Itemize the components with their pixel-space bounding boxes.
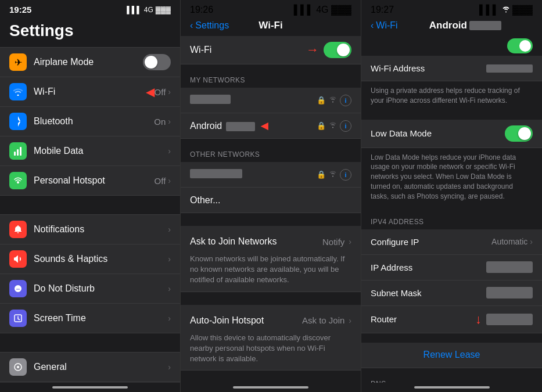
configure-ip-value: Automatic ›	[491, 237, 533, 246]
status-bar-mid: 19:26 ▌▌▌ 4G ▓▓▓	[181, 0, 361, 17]
wifi-toggle-row[interactable]: Wi-Fi →	[181, 36, 361, 64]
wifi-address-label: Wi-Fi Address	[371, 63, 425, 73]
mobile-data-label: Mobile Data	[34, 146, 168, 156]
back-label-right: Wi-Fi	[376, 20, 397, 31]
settings-item-hotspot[interactable]: Personal Hotspot Off ›	[0, 166, 180, 196]
general-icon	[9, 358, 27, 376]
airplane-toggle[interactable]	[143, 54, 171, 70]
wifi-signal-icon	[502, 5, 512, 15]
settings-item-wifi[interactable]: Wi-Fi ◀ Off ›	[0, 77, 180, 107]
hotspot-icon	[9, 172, 27, 189]
right-title-area: Android	[398, 20, 533, 31]
wifi-back-button[interactable]: ‹ Settings	[190, 20, 229, 31]
configure-ip-row[interactable]: Configure IP Automatic ›	[361, 229, 542, 255]
network-name-3	[190, 169, 317, 181]
svg-rect-2	[20, 147, 21, 156]
auto-join-label: Auto-Join Hotspot	[190, 315, 264, 326]
settings-item-general[interactable]: General ›	[0, 352, 180, 382]
status-bar-right: 19:27 ▌▌▌ ▓▓▓	[361, 0, 542, 17]
right-back-button[interactable]: ‹ Wi-Fi	[371, 20, 398, 31]
wifi-toggle-label: Wi-Fi	[190, 45, 211, 55]
settings-item-dnd[interactable]: Do Not Disturb ›	[0, 274, 180, 304]
wifi-other-item[interactable]: Other...	[181, 188, 361, 213]
lock-icon-3: 🔒	[317, 170, 326, 179]
wifi-label: Wi-Fi	[34, 87, 143, 97]
bluetooth-label: Bluetooth	[34, 116, 154, 127]
wifi-nav-bar: ‹ Settings Wi-Fi	[181, 17, 361, 36]
info-button-1[interactable]: i	[340, 95, 351, 106]
settings-section-connectivity: ✈ Airplane Mode Wi-Fi ◀ Off ›	[0, 47, 180, 196]
wifi-network-item-3[interactable]: 🔒 i	[181, 162, 361, 188]
settings-item-control-centre[interactable]: Control Centre ›	[0, 382, 180, 383]
connection-toggle[interactable]	[507, 38, 533, 53]
wifi-panel: 19:26 ▌▌▌ 4G ▓▓▓ ‹ Settings Wi-Fi Wi-Fi …	[181, 0, 361, 392]
info-button-2[interactable]: i	[340, 120, 351, 132]
settings-item-screen-time[interactable]: Screen Time ›	[0, 304, 180, 333]
hotspot-value: Off	[155, 176, 166, 186]
ip-address-value	[486, 261, 533, 273]
wifi-value: Off	[155, 87, 166, 97]
ip-address-row: IP Address	[361, 255, 542, 280]
info-button-3[interactable]: i	[340, 169, 351, 181]
wifi-content: Wi-Fi → MY NETWORKS 🔒 i	[181, 36, 361, 383]
ask-join-label: Ask to Join Networks	[190, 236, 277, 247]
subnet-mask-value	[486, 287, 533, 299]
network-icons-3: 🔒 i	[317, 169, 351, 181]
settings-item-sounds[interactable]: Sounds & Haptics ›	[0, 244, 180, 274]
other-networks-header: OTHER NETWORKS	[181, 139, 361, 162]
low-data-toggle[interactable]	[505, 125, 533, 142]
router-row: Router ↓	[361, 306, 542, 333]
settings-section-notifications: Notifications › Sounds & Haptics ›	[0, 214, 180, 333]
ask-join-item[interactable]: Ask to Join Networks Notify › Known netw…	[181, 226, 361, 292]
wifi-red-arrow: ◀	[146, 85, 155, 99]
general-label: General	[34, 362, 168, 372]
auto-join-chevron: ›	[349, 316, 351, 325]
router-right: ↓	[475, 312, 533, 327]
sounds-chevron: ›	[168, 254, 171, 264]
connection-knob	[519, 40, 531, 52]
wifi-toggle[interactable]	[324, 42, 351, 58]
router-label: Router	[371, 314, 397, 324]
ask-join-row: Ask to Join Networks Notify ›	[190, 232, 351, 251]
wifi-network-item-1[interactable]: 🔒 i	[181, 88, 361, 113]
notifications-chevron: ›	[168, 225, 171, 234]
general-chevron: ›	[168, 362, 171, 372]
wifi-strength-2	[329, 121, 337, 130]
wifi-address-desc: Using a private address helps reduce tra…	[361, 81, 542, 110]
low-data-mode-row[interactable]: Low Data Mode	[361, 120, 542, 148]
ipv4-header: IPV4 ADDRESS	[361, 206, 542, 229]
wifi-network-item-2[interactable]: Android ◀ 🔒 i	[181, 113, 361, 139]
auto-join-item[interactable]: Auto-Join Hotspot Ask to Join › Allow th…	[181, 305, 361, 371]
status-icons-mid: ▌▌▌ 4G ▓▓▓	[294, 5, 351, 15]
network-type-mid: 4G	[316, 5, 328, 15]
subnet-mask-label: Subnet Mask	[371, 288, 422, 298]
back-chevron-mid: ‹	[190, 20, 193, 31]
wifi-address-value	[486, 64, 533, 73]
status-icons-right: ▌▌▌ ▓▓▓	[479, 5, 533, 15]
settings-list: ✈ Airplane Mode Wi-Fi ◀ Off ›	[0, 47, 180, 383]
screen-time-chevron: ›	[168, 314, 171, 323]
settings-title: Settings	[0, 17, 180, 47]
configure-ip-label: Configure IP	[371, 237, 419, 247]
dnd-icon	[9, 280, 27, 297]
ask-join-chevron: ›	[349, 237, 351, 246]
wifi-red-arrow-mid: →	[306, 42, 319, 57]
auto-join-description: Allow this device to automatically disco…	[190, 333, 351, 365]
settings-item-bluetooth[interactable]: Bluetooth On ›	[0, 107, 180, 136]
ask-join-description: Known networks will be joined automatica…	[190, 254, 351, 286]
gap-renew	[361, 333, 542, 343]
notifications-label: Notifications	[34, 224, 168, 235]
network-name-2: Android ◀	[190, 120, 317, 131]
ask-join-value-area: Notify ›	[322, 237, 351, 247]
network-red-arrow-2: ◀	[261, 121, 268, 131]
auto-join-value-area: Ask to Join ›	[302, 315, 351, 325]
router-value	[486, 314, 533, 325]
right-network-name: Android	[429, 20, 467, 31]
settings-item-notifications[interactable]: Notifications ›	[0, 214, 180, 244]
renew-lease-button[interactable]: Renew Lease	[361, 343, 542, 368]
network-name-redacted-3	[190, 169, 242, 178]
network-name-1	[190, 95, 317, 106]
settings-item-airplane[interactable]: ✈ Airplane Mode	[0, 47, 180, 77]
settings-item-mobile-data[interactable]: Mobile Data ›	[0, 136, 180, 166]
mobile-data-chevron: ›	[168, 146, 171, 156]
